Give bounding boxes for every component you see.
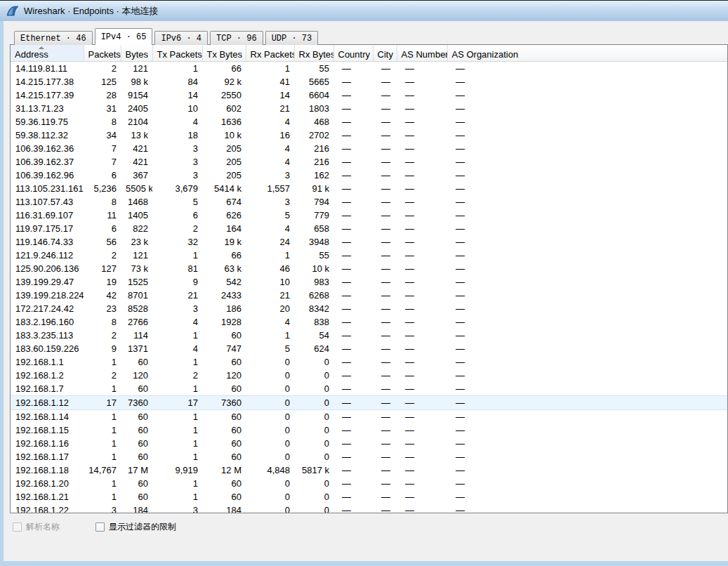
endpoint-row[interactable]: 139.199.218.224428701212433216268———— (11, 289, 727, 302)
endpoint-row[interactable]: 192.168.1.1814,76717 M9,91912 M4,8485817… (11, 463, 727, 477)
endpoint-row[interactable]: 192.168.1.223184318400———— (11, 504, 727, 514)
cell-as-organization: — (447, 409, 727, 423)
cell-city: — (373, 437, 397, 450)
cell-country: — (333, 382, 373, 396)
cell-bytes: 60 (121, 355, 152, 369)
column-header-packets[interactable]: Packets (84, 45, 121, 61)
endpoint-row[interactable]: 59.36.119.7582104416364468———— (11, 115, 727, 129)
cell-rx-bytes: 55 (294, 249, 333, 262)
tab-ipv4[interactable]: IPv4 · 65 (95, 28, 153, 45)
endpoint-row[interactable]: 172.217.24.422385283186208342———— (11, 302, 727, 315)
endpoint-row[interactable]: 119.146.74.335623 k3219 k243948———— (11, 235, 727, 249)
column-header-rx-packets[interactable]: Rx Packets (246, 45, 294, 61)
cell-address: 192.168.1.20 (11, 477, 84, 490)
cell-country: — (333, 437, 373, 450)
endpoint-row[interactable]: 31.13.71.2331240510602211803———— (11, 102, 727, 115)
endpoint-row[interactable]: 192.168.1.22120212000———— (11, 369, 727, 382)
endpoint-row[interactable]: 192.168.1.1716016000———— (11, 450, 727, 463)
endpoint-row[interactable]: 106.39.162.96636732053162———— (11, 169, 727, 182)
limit-filter-checkbox[interactable] (95, 522, 105, 532)
cell-country: — (333, 463, 373, 477)
cell-as-number: — (397, 395, 447, 409)
column-header-bytes[interactable]: Bytes (121, 45, 152, 61)
endpoint-row[interactable]: 192.168.1.1616016000———— (11, 437, 727, 450)
cell-bytes: 1405 (121, 209, 152, 222)
cell-packets: 1 (84, 409, 121, 423)
endpoint-row[interactable]: 192.168.1.1416016000———— (11, 409, 727, 423)
cell-rx-bytes: 0 (294, 395, 333, 409)
endpoint-row[interactable]: 113.107.57.438146856743794———— (11, 195, 727, 209)
cell-bytes: 114 (121, 329, 152, 342)
cell-tx-packets: 1 (152, 450, 202, 463)
cell-city: — (373, 262, 397, 275)
column-header-as-organization[interactable]: AS Organization (447, 45, 727, 61)
cell-city: — (373, 102, 397, 115)
cell-rx-bytes: 5665 (294, 75, 333, 88)
column-header-address[interactable]: Address (11, 45, 84, 61)
cell-address: 116.31.69.107 (11, 209, 84, 222)
column-header-tx-bytes[interactable]: Tx Bytes (202, 45, 246, 61)
cell-rx-bytes: 8342 (294, 302, 333, 315)
cell-packets: 19 (84, 275, 121, 289)
endpoint-row[interactable]: 192.168.1.1516016000———— (11, 423, 727, 437)
cell-as-organization: — (447, 490, 727, 504)
column-header-label: Bytes (126, 46, 149, 60)
endpoint-row[interactable]: 59.38.112.323413 k1810 k162702———— (11, 129, 727, 142)
endpoint-row[interactable]: 116.31.69.10711140566265779———— (11, 209, 727, 222)
cell-rx-bytes: 162 (294, 169, 333, 182)
endpoint-row[interactable]: 106.39.162.37742132054216———— (11, 155, 727, 169)
cell-bytes: 73 k (121, 262, 152, 275)
endpoint-row[interactable]: 183.2.196.16082766419284838———— (11, 315, 727, 329)
cell-as-organization: — (447, 209, 727, 222)
cell-rx-bytes: 794 (294, 195, 333, 209)
cell-rx-packets: 14 (246, 88, 294, 102)
cell-packets: 9 (84, 342, 121, 355)
tab-udp[interactable]: UDP · 73 (265, 31, 319, 45)
endpoint-row-selected[interactable]: 192.168.1.1217736017736000———— (11, 395, 727, 409)
endpoint-row[interactable]: 14.215.177.39289154142550146604———— (11, 88, 727, 102)
cell-tx-bytes: 747 (202, 342, 246, 355)
cell-tx-bytes: 60 (202, 437, 246, 450)
endpoint-row[interactable]: 183.60.159.2269137147475624———— (11, 342, 727, 355)
cell-bytes: 8701 (121, 289, 152, 302)
cell-address: 192.168.1.7 (11, 382, 84, 396)
endpoint-row[interactable]: 121.9.246.1122121166155———— (11, 249, 727, 262)
column-header-country[interactable]: Country (333, 45, 373, 61)
endpoint-row[interactable]: 192.168.1.716016000———— (11, 382, 727, 396)
cell-rx-bytes: 624 (294, 342, 333, 355)
cell-country: — (333, 169, 373, 182)
tab-tcp[interactable]: TCP · 96 (210, 31, 263, 45)
cell-tx-bytes: 626 (202, 209, 246, 222)
cell-tx-packets: 9 (152, 275, 202, 289)
limit-filter-checkbox-row[interactable]: 显示过滤器的限制 (95, 521, 176, 533)
endpoint-row[interactable]: 14.119.81.112121166155———— (11, 61, 727, 75)
cell-country: — (333, 235, 373, 249)
cell-address: 192.168.1.14 (11, 409, 84, 423)
cell-tx-packets: 1 (152, 477, 202, 490)
endpoint-row[interactable]: 125.90.206.13612773 k8163 k4610 k———— (11, 262, 727, 275)
cell-city: — (373, 409, 397, 423)
column-header-rx-bytes[interactable]: Rx Bytes (294, 45, 333, 61)
cell-city: — (373, 315, 397, 329)
column-header-city[interactable]: City (373, 45, 397, 61)
endpoint-row[interactable]: 119.97.175.17682221644658———— (11, 222, 727, 235)
column-header-as-number[interactable]: AS Number (397, 45, 447, 61)
cell-rx-packets: 1 (246, 249, 294, 262)
cell-tx-packets: 4 (152, 315, 202, 329)
cell-bytes: 5505 k (121, 182, 152, 195)
tab-ipv6[interactable]: IPv6 · 4 (154, 31, 208, 45)
cell-as-organization: — (447, 249, 727, 262)
endpoint-row[interactable]: 139.199.29.47191525954210983———— (11, 275, 727, 289)
endpoint-row[interactable]: 106.39.162.36742132054216———— (11, 142, 727, 155)
tab-ethernet[interactable]: Ethernet · 46 (14, 31, 93, 45)
endpoint-row[interactable]: 183.3.235.1132114160154———— (11, 329, 727, 342)
cell-country: — (333, 102, 373, 115)
column-header-tx-packets[interactable]: Tx Packets (152, 45, 202, 61)
endpoint-row[interactable]: 192.168.1.2116016000———— (11, 490, 727, 504)
endpoint-row[interactable]: 192.168.1.2016016000———— (11, 477, 727, 490)
endpoint-row[interactable]: 14.215.177.3812598 k8492 k415665———— (11, 75, 727, 88)
cell-tx-packets: 21 (152, 289, 202, 302)
endpoint-row[interactable]: 192.168.1.116016000———— (11, 355, 727, 369)
endpoint-row[interactable]: 113.105.231.1615,2365505 k3,6795414 k1,5… (11, 182, 727, 195)
cell-as-number: — (397, 409, 447, 423)
